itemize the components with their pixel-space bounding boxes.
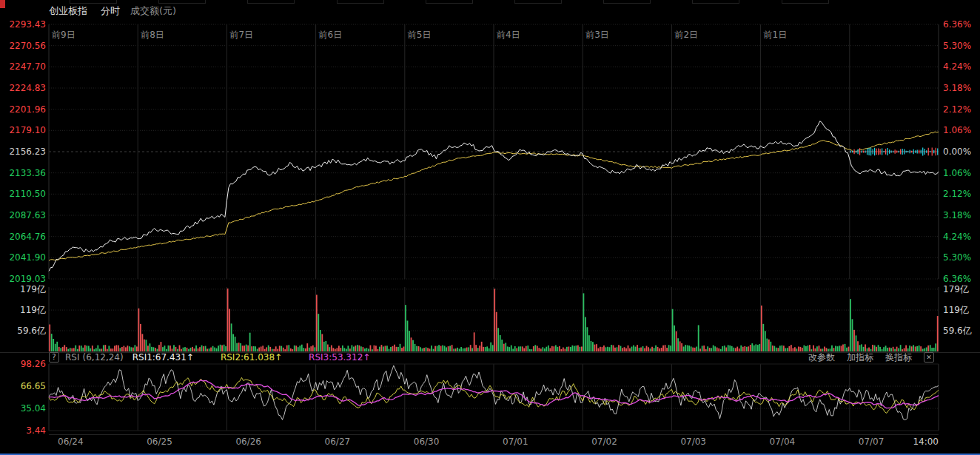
percent-axis-label: 6.36%	[943, 19, 979, 30]
rsi2-value: RSI2:61.038↑	[221, 352, 282, 363]
day-label: 前8日	[141, 30, 164, 40]
price-axis-label: 2133.36	[0, 168, 46, 178]
date-label: 06/26	[235, 437, 261, 447]
change-params-button[interactable]: 改参数	[808, 351, 835, 364]
rsi-params: (6,12,24)	[83, 352, 124, 363]
day-label: 前3日	[585, 30, 609, 40]
date-label: 06/25	[147, 437, 172, 447]
volume-axis-label-left: 59.6亿	[0, 326, 46, 336]
rsi-axis-label: 66.65	[0, 381, 46, 391]
percent-axis-label: 2.12%	[943, 189, 979, 199]
date-label: 07/07	[859, 437, 885, 447]
date-label: 06/24	[58, 437, 84, 447]
volume-axis-label-left: 179亿	[0, 284, 46, 294]
date-label: 07/01	[503, 437, 528, 447]
percent-axis-label: 6.36%	[943, 274, 979, 284]
rsi-axis-label: 98.26	[0, 359, 46, 369]
percent-axis-label: 1.06%	[943, 125, 979, 135]
help-icon[interactable]: ?	[49, 352, 59, 363]
rsi-axis-label: 3.44	[0, 425, 46, 436]
add-indicator-button[interactable]: 加指标	[847, 351, 873, 364]
date-label: 07/03	[680, 437, 706, 447]
time-label: 14:00	[905, 437, 939, 447]
top-edge-decoration	[337, 0, 384, 4]
top-edge-decoration	[603, 0, 651, 4]
date-label: 06/30	[414, 437, 440, 447]
percent-axis-label: 5.30%	[943, 252, 979, 263]
price-axis-label: 2087.63	[0, 210, 46, 220]
close-icon[interactable]: ✕	[924, 352, 934, 363]
percent-axis-label: 1.06%	[943, 168, 979, 178]
rsi-axis-label: 35.04	[0, 403, 46, 414]
price-axis-label: 2201.96	[0, 104, 46, 115]
percent-axis-label: 3.18%	[943, 210, 979, 220]
day-label: 前9日	[52, 30, 75, 40]
rsi-title: RSI	[65, 352, 80, 363]
day-label: 前2日	[674, 30, 698, 40]
rsi3-value: RSI3:53.312↑	[309, 352, 370, 363]
index-name: 创业板指	[49, 4, 87, 18]
top-edge-decoration	[426, 0, 473, 4]
day-label: 前7日	[229, 30, 253, 40]
day-label: 前1日	[764, 30, 788, 40]
day-label: 前6日	[319, 30, 343, 40]
percent-axis-label: 4.24%	[943, 61, 979, 72]
percent-axis-label: 3.18%	[943, 83, 979, 93]
day-label: 前5日	[408, 30, 432, 40]
stock-chart-app: 创业板指 分时 成交额(元) ? RSI (6,12,24) RSI1:67.4…	[0, 0, 980, 455]
volume-axis-label-right: 59.6亿	[943, 326, 979, 336]
price-axis-label: 2179.10	[0, 125, 46, 135]
chart-canvas[interactable]	[0, 0, 980, 455]
topbar: 创业板指 分时 成交额(元)	[49, 3, 176, 19]
price-axis-label: 2156.23	[0, 146, 46, 157]
grid	[0, 24, 980, 435]
price-axis-label: 2064.76	[0, 232, 46, 242]
tab-turnover[interactable]: 成交额(元)	[130, 4, 176, 18]
price-axis-label: 2041.90	[0, 252, 46, 263]
percent-axis-label: 4.24%	[943, 232, 979, 242]
price-axis-label: 2019.03	[0, 274, 46, 284]
percent-axis-label: 2.12%	[943, 104, 979, 115]
price-axis-label: 2293.43	[0, 19, 46, 30]
price-axis-label: 2224.83	[0, 83, 46, 93]
tab-minute-chart[interactable]: 分时	[101, 4, 120, 18]
day-label: 前4日	[497, 30, 520, 40]
rsi1-value: RSI1:67.431↑	[132, 352, 194, 363]
price-axis-label: 2247.70	[0, 61, 46, 72]
top-edge-decoration	[782, 0, 829, 4]
switch-indicator-button[interactable]: 换指标	[885, 351, 912, 364]
percent-axis-label: 5.30%	[943, 41, 979, 51]
volume-axis-label-left: 119亿	[0, 305, 46, 315]
percent-axis-label: 0.00%	[943, 146, 979, 157]
last-day-ticks	[850, 148, 939, 156]
price-axis-label: 2270.56	[0, 41, 46, 51]
corner-alert-mark	[0, 0, 5, 8]
rsi-header: ? RSI (6,12,24) RSI1:67.431↑ RSI2:61.038…	[49, 351, 934, 363]
date-label: 07/04	[770, 437, 796, 447]
top-edge-decoration	[692, 0, 739, 4]
price-axis-label: 2110.50	[0, 189, 46, 199]
date-label: 06/27	[325, 437, 351, 447]
volume-axis-label-right: 119亿	[943, 305, 979, 315]
date-label: 07/02	[591, 437, 617, 447]
top-edge-decoration	[514, 0, 562, 4]
volume-axis-label-right: 179亿	[943, 284, 979, 294]
top-edge-decoration	[247, 0, 295, 4]
